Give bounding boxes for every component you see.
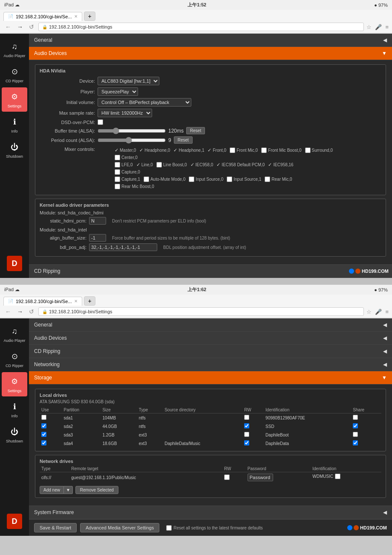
mixer-center0-cb[interactable]: [115, 155, 120, 160]
system-firmware-section-header[interactable]: System Firmware ◀: [29, 506, 392, 519]
mixer-inputsource0-cb[interactable]: [189, 176, 194, 182]
status-time-1: 上午1:52: [187, 2, 206, 8]
cd-ripping-arrow-2: ◀: [383, 348, 387, 354]
audio-devices-section-header-2[interactable]: Audio Devices ◀: [29, 332, 392, 345]
share-sda1-cb[interactable]: [353, 415, 358, 420]
use-sda4-cb[interactable]: [41, 440, 46, 445]
td-source-sda4: DaphileData/Music: [163, 439, 242, 448]
share-sda2-cb[interactable]: [353, 423, 358, 428]
url-bar-1[interactable]: 🔒 192.168.2.100/cgi-bin/Settings: [38, 23, 364, 31]
initial-volume-select[interactable]: Control Off – BitPerfect playback: [98, 98, 191, 107]
mixer-capture0-cb[interactable]: [115, 169, 120, 175]
sidebar-item-shutdown[interactable]: ⏻ Shutdown: [2, 138, 27, 162]
general-section-header-2[interactable]: General ◀: [29, 318, 392, 332]
td-size-sda4: 18.6GB: [101, 439, 137, 448]
add-new-btn[interactable]: Add new: [40, 486, 64, 494]
net-password-input[interactable]: [248, 474, 273, 481]
sidebar2-item-audio-player[interactable]: ♫ Audio Player: [2, 322, 27, 346]
th-use: Use: [40, 407, 62, 413]
buffer-time-reset[interactable]: Reset: [186, 127, 205, 134]
align-buffer-size-label: align_buffer_size:: [40, 235, 86, 240]
sidebar-item-info[interactable]: ℹ Info: [2, 113, 27, 137]
period-count-row: Period count (ALSA): 9 Reset: [40, 136, 381, 144]
sidebar2-item-cd-ripper[interactable]: ⊙ CD Ripper: [2, 347, 27, 371]
mixer-frontmic0-cb[interactable]: [230, 147, 235, 153]
networking-section-header-2[interactable]: Networking ◀: [29, 358, 392, 371]
forward-btn-2[interactable]: →: [15, 307, 25, 316]
storage-section-header-2[interactable]: Storage ▼: [29, 371, 392, 384]
sidebar2-item-settings[interactable]: ⚙ Settings: [2, 372, 27, 396]
new-tab-btn-2[interactable]: +: [84, 296, 95, 306]
add-new-dropdown-btn[interactable]: ▼: [64, 486, 73, 494]
mixer-surround0-cb[interactable]: [305, 147, 311, 153]
mixer-lfe0-cb[interactable]: [115, 162, 120, 168]
td-source-sda2: [163, 422, 242, 431]
reset-defaults-cb[interactable]: [166, 525, 172, 531]
rw-sda2-cb[interactable]: [244, 423, 249, 428]
mic-icon-1[interactable]: 🎤: [375, 24, 382, 30]
menu-icon-2[interactable]: ≡: [385, 309, 389, 315]
use-sda2-cb[interactable]: [41, 423, 46, 428]
new-tab-btn-1[interactable]: +: [84, 12, 95, 21]
share-sda4-cb[interactable]: [353, 440, 358, 445]
sidebar2-item-shutdown[interactable]: ⏻ Shutdown: [2, 422, 27, 447]
ntd-id: WDMUSIC: [311, 472, 381, 480]
align-buffer-size-input[interactable]: [89, 234, 106, 242]
sidebar-item-audio-player[interactable]: ♫ Audio Player: [2, 37, 27, 61]
dsd-over-pcm-checkbox[interactable]: [98, 119, 103, 125]
save-restart-btn[interactable]: Save & Restart: [34, 523, 77, 532]
star-icon-2[interactable]: ☆: [366, 309, 372, 315]
back-btn-2[interactable]: ←: [3, 307, 13, 316]
general-section-header[interactable]: General ◀: [29, 34, 392, 47]
static-hdmi-pcm-row: static_hdmi_pcm: Don't restrict PCM para…: [40, 217, 381, 225]
buffer-time-slider[interactable]: [98, 128, 166, 134]
drives-table-header: Use Partition Size Type Source directory…: [40, 407, 381, 413]
mixer-frontmicboost0-cb[interactable]: [261, 147, 267, 153]
forward-btn-1[interactable]: →: [15, 23, 25, 31]
td-size-sda2: 44.0GB: [101, 422, 137, 431]
mixer-rearmic0-cb[interactable]: [265, 176, 270, 182]
net-id-cb[interactable]: [335, 474, 340, 479]
remove-selected-btn[interactable]: Remove Selected: [75, 486, 118, 494]
rw-sda1-cb[interactable]: [244, 415, 249, 420]
static-hdmi-pcm-input[interactable]: [89, 217, 106, 225]
browser-tab-1[interactable]: 📄 192.168.2.100/cgi-bin/Se... ✕: [3, 12, 82, 21]
cd-ripping-section-header-2[interactable]: CD Ripping ◀: [29, 345, 392, 358]
browser-tab-2[interactable]: 📄 192.168.2.100/cgi-bin/Se... ✕: [3, 297, 82, 306]
cd-ripping-section-header-1[interactable]: CD Ripping HD199.COM: [29, 265, 392, 278]
rw-sda3-cb[interactable]: [244, 432, 249, 437]
mic-icon-2[interactable]: 🎤: [375, 309, 382, 315]
player-select[interactable]: SqueezePlay: [98, 87, 138, 96]
reset-row: Reset all settings to the latest firmwar…: [166, 525, 263, 531]
bdl-pos-adj-input[interactable]: [89, 243, 157, 251]
star-icon-1[interactable]: ☆: [366, 24, 372, 30]
refresh-btn-1[interactable]: ↺: [27, 23, 36, 31]
net-rw-cb[interactable]: [224, 474, 230, 480]
share-sda3-cb[interactable]: [353, 432, 358, 437]
back-btn-1[interactable]: ←: [3, 23, 13, 31]
sidebar-item-cd-ripper[interactable]: ⊙ CD Ripper: [2, 62, 27, 87]
period-count-slider[interactable]: [98, 137, 166, 143]
rw-sda4-cb[interactable]: [244, 440, 249, 445]
battery-label-2: ● 97%: [374, 287, 388, 292]
sidebar-item-settings[interactable]: ⚙ Settings: [2, 87, 27, 112]
menu-icon-1[interactable]: ≡: [385, 24, 389, 30]
audio-devices-section-header[interactable]: Audio Devices ▼: [29, 47, 392, 60]
device-select[interactable]: ALC883 Digital [hw:1,1]: [98, 77, 159, 85]
use-sda1-cb[interactable]: [41, 415, 46, 420]
advanced-media-btn[interactable]: Advanced Media Server Settings: [80, 523, 159, 532]
mixer-inputsource1-cb[interactable]: [227, 176, 232, 182]
mixer-rearmicboost0-cb[interactable]: [115, 184, 120, 189]
use-sda3-cb[interactable]: [41, 432, 46, 437]
refresh-btn-2[interactable]: ↺: [27, 307, 36, 316]
tab-close-1[interactable]: ✕: [74, 14, 78, 19]
max-sample-rate-select[interactable]: HW limit: 192000Hz: [98, 109, 152, 117]
period-count-reset[interactable]: Reset: [174, 136, 193, 144]
hda-nvidia-title: HDA NVidia: [40, 68, 381, 73]
mixer-automute0-cb[interactable]: [144, 176, 149, 182]
url-bar-2[interactable]: 🔒 192.168.2.100/cgi-bin/Settings: [38, 307, 364, 316]
mixer-lineboost0-cb[interactable]: [156, 162, 162, 168]
tab-close-2[interactable]: ✕: [74, 299, 78, 304]
sidebar2-item-info[interactable]: ℹ Info: [2, 397, 27, 422]
mixer-capture1-cb[interactable]: [115, 176, 120, 182]
